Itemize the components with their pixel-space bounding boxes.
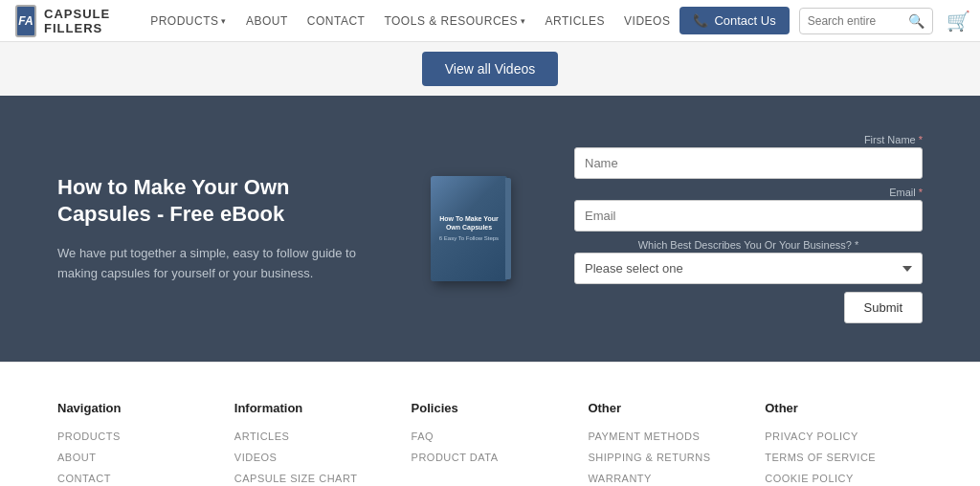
footer-link[interactable]: Contact (57, 473, 215, 484)
search-icon: 🔍 (908, 13, 924, 29)
ebook-cover: How To Make Your Own Capsules 6 Easy To … (431, 176, 507, 281)
email-label: Email * (574, 187, 923, 198)
search-box[interactable]: 🔍 (799, 8, 933, 34)
footer-col-1: InformationArticlesVideosCapsule Size Ch… (234, 401, 392, 486)
footer-link[interactable]: FAQ (412, 431, 569, 442)
phone-icon: 📞 (693, 13, 708, 28)
ebook-image: How To Make Your Own Capsules 6 Easy To … (421, 176, 517, 281)
nav-item-articles[interactable]: Articles (536, 0, 614, 42)
cart-icon[interactable]: 🛒 (943, 10, 974, 33)
first-name-input[interactable] (574, 147, 923, 179)
view-all-videos-button[interactable]: View all Videos (422, 52, 558, 86)
footer-link[interactable]: Capsule Size Chart (234, 473, 392, 484)
promo-section: How to Make Your Own Capsules - Free eBo… (0, 96, 980, 362)
footer-link[interactable]: Cookie Policy (765, 473, 923, 484)
footer-grid: NavigationProductsAboutContactInformatio… (57, 401, 923, 486)
footer-col-0: NavigationProductsAboutContact (57, 401, 215, 486)
search-input[interactable] (808, 14, 903, 28)
footer-col-title-4: Other (765, 401, 923, 415)
nav-item-about[interactable]: About (236, 0, 298, 42)
footer-link[interactable]: Videos (234, 452, 392, 463)
footer-link[interactable]: Warranty (588, 473, 746, 484)
contact-us-button[interactable]: 📞 Contact Us (679, 7, 789, 34)
header: FA Capsule Fillers Products▾AboutContact… (0, 0, 980, 42)
footer-col-4: OtherPrivacy PolicyTerms of ServiceCooki… (765, 401, 923, 486)
footer: NavigationProductsAboutContactInformatio… (0, 362, 980, 486)
chevron-down-icon: ▾ (521, 0, 526, 42)
footer-link[interactable]: Product Data (412, 452, 569, 463)
business-type-select[interactable]: Please select oneIndividualSmall Busines… (574, 253, 923, 284)
logo[interactable]: FA Capsule Fillers (15, 5, 122, 37)
logo-text: Capsule Fillers (44, 7, 122, 35)
promo-form: First Name * Email * Which Best Describe… (574, 134, 923, 323)
email-input[interactable] (574, 200, 923, 232)
footer-link[interactable]: Terms of Service (765, 452, 923, 463)
chevron-down-icon: ▾ (221, 0, 227, 42)
business-select-label: Which Best Describes You Or Your Busines… (574, 239, 923, 251)
ebook-cover-title: How To Make Your Own Capsules (438, 214, 500, 232)
nav-item-tools[interactable]: Tools & Resources▾ (374, 0, 535, 42)
first-name-label: First Name * (574, 134, 923, 145)
logo-icon: FA (15, 5, 36, 37)
footer-link[interactable]: Privacy Policy (765, 431, 923, 442)
footer-link[interactable]: Products (57, 431, 215, 442)
top-button-area: View all Videos (0, 42, 980, 96)
footer-link[interactable]: About (57, 452, 215, 463)
footer-link[interactable]: Articles (234, 431, 392, 442)
promo-description: We have put together a simple, easy to f… (57, 244, 364, 284)
footer-link[interactable]: Shipping & Returns (588, 452, 746, 463)
nav-item-videos[interactable]: Videos (614, 0, 679, 42)
footer-col-3: OtherPayment MethodsShipping & ReturnsWa… (588, 401, 746, 486)
nav-item-contact[interactable]: Contact (298, 0, 375, 42)
footer-col-title-0: Navigation (57, 401, 215, 415)
header-actions: 📞 Contact Us 🔍 🛒 (679, 7, 973, 34)
footer-col-title-3: Other (588, 401, 746, 415)
promo-title: How to Make Your Own Capsules - Free eBo… (57, 174, 364, 229)
footer-col-2: PoliciesFAQProduct Data (412, 401, 569, 486)
promo-text-block: How to Make Your Own Capsules - Free eBo… (57, 174, 364, 284)
nav-item-products[interactable]: Products▾ (141, 0, 236, 42)
footer-link[interactable]: Payment Methods (588, 431, 746, 442)
footer-col-title-2: Policies (412, 401, 569, 415)
ebook-cover-subtitle: 6 Easy To Follow Steps (439, 235, 499, 243)
submit-button[interactable]: Submit (844, 292, 923, 323)
main-nav: Products▾AboutContactTools & Resources▾A… (141, 0, 679, 42)
footer-col-title-1: Information (234, 401, 392, 415)
